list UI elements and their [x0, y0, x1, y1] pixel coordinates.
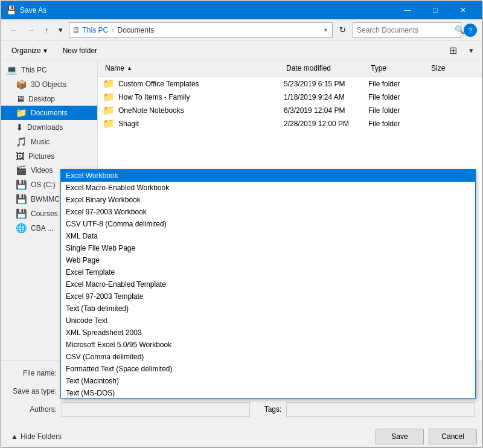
back-button[interactable]: ←: [6, 23, 21, 37]
header-size[interactable]: Size: [429, 63, 477, 74]
window-controls: — □ ✕: [394, 1, 477, 19]
sidebar-label-os-c: OS (C:): [31, 181, 56, 189]
address-chevron: ›: [112, 27, 114, 33]
dropdown-item-excel-template[interactable]: Excel Template: [61, 266, 475, 278]
recent-button[interactable]: ▾: [55, 23, 66, 37]
up-button[interactable]: ↑: [41, 23, 53, 37]
close-button[interactable]: ✕: [449, 1, 477, 19]
sidebar-label-pictures: Pictures: [28, 152, 54, 161]
view-more-button[interactable]: ▾: [465, 43, 477, 57]
hide-label: Hide Folders: [21, 432, 62, 441]
bottom-section: File name: Save as type: Excel Workbook …: [1, 360, 482, 447]
savetype-label: Save as type:: [8, 387, 57, 395]
tags-input[interactable]: [286, 402, 475, 417]
bottom-buttons: ▲ Hide Folders Save Cancel: [1, 425, 482, 447]
file-name-cell: 📁 Snagit: [103, 118, 284, 129]
savetype-dropdown: Excel Workbook Excel Macro-Enabled Workb…: [60, 169, 476, 398]
dropdown-item-csv-comma[interactable]: CSV (Comma delimited): [61, 351, 475, 363]
address-dropdown-button[interactable]: ▾: [322, 27, 330, 33]
authors-label: Authors:: [8, 405, 57, 414]
documents-icon: 📁: [16, 107, 27, 118]
tags-label: Tags:: [264, 405, 282, 414]
sidebar-item-documents[interactable]: 📁 Documents: [1, 106, 97, 120]
refresh-button[interactable]: ↻: [335, 23, 350, 37]
dropdown-item-csv-utf8[interactable]: CSV UTF-8 (Comma delimited): [61, 218, 475, 230]
os-c-icon: 💾: [16, 179, 27, 190]
folder-icon: 📁: [103, 104, 115, 116]
dropdown-item-unicode-text[interactable]: Unicode Text: [61, 315, 475, 327]
courses-f-icon: 💾: [16, 208, 27, 219]
minimize-button[interactable]: —: [394, 1, 421, 19]
dialog-title: Save As: [20, 6, 46, 14]
hide-folders-button[interactable]: ▲ Hide Folders: [6, 430, 66, 443]
action-buttons: Save Cancel: [376, 429, 477, 444]
dropdown-item-excel-macro-workbook[interactable]: Excel Macro-Enabled Workbook: [61, 182, 475, 194]
table-row[interactable]: 📁 Custom Office Templates 5/23/2019 6:15…: [98, 77, 482, 90]
address-icon: 🖥: [72, 25, 80, 35]
address-current: Documents: [118, 26, 155, 34]
sidebar-label-this-pc: This PC: [21, 66, 47, 74]
sidebar-item-downloads[interactable]: ⬇ Downloads: [1, 120, 97, 135]
folder-icon: 📁: [103, 91, 115, 103]
dropdown-item-text-ms-dos[interactable]: Text (MS-DOS): [61, 387, 475, 398]
table-row[interactable]: 📁 How To Items - Family 1/18/2019 9:24 A…: [98, 90, 482, 103]
save-as-dialog: 💾 Save As — □ ✕ ← → ↑ ▾ 🖥 This PC › Docu…: [1, 1, 482, 447]
organize-button[interactable]: Organize ▾: [6, 44, 53, 57]
sidebar-item-desktop[interactable]: 🖥 Desktop: [1, 92, 97, 106]
help-button[interactable]: ?: [464, 24, 477, 37]
second-toolbar: Organize ▾ New folder ⊞ ▾: [1, 41, 482, 60]
table-row[interactable]: 📁 Snagit 2/28/2019 12:00 PM File folder: [98, 117, 482, 130]
view-options-button[interactable]: ⊞: [446, 42, 461, 59]
dropdown-item-text-tab[interactable]: Text (Tab delimited): [61, 302, 475, 315]
dropdown-item-xml-data[interactable]: XML Data: [61, 230, 475, 242]
file-list-header: Name ▲ Date modified Type Size: [98, 60, 482, 77]
dropdown-item-excel-binary-workbook[interactable]: Excel Binary Workbook: [61, 194, 475, 206]
cba-icon: 🌐: [16, 223, 27, 234]
sort-icon: ▲: [127, 65, 132, 71]
pictures-icon: 🖼: [16, 151, 25, 161]
authors-row: Authors: Tags:: [8, 402, 475, 417]
sidebar-item-music[interactable]: 🎵 Music: [1, 135, 97, 149]
sidebar-label-cba: CBA ...: [31, 224, 53, 232]
folder-icon: 📁: [103, 118, 115, 129]
3d-objects-icon: 📦: [16, 79, 27, 90]
sidebar-item-pictures[interactable]: 🖼 Pictures: [1, 149, 97, 163]
sidebar-label-downloads: Downloads: [27, 123, 63, 132]
dropdown-item-excel-macro-template[interactable]: Excel Macro-Enabled Template: [61, 278, 475, 290]
forward-button[interactable]: →: [24, 23, 39, 37]
dropdown-item-excel-workbook[interactable]: Excel Workbook: [61, 170, 475, 182]
maximize-button[interactable]: □: [421, 1, 449, 19]
desktop-icon: 🖥: [16, 94, 25, 104]
dropdown-item-single-file-web[interactable]: Single File Web Page: [61, 242, 475, 254]
search-input[interactable]: [353, 26, 451, 34]
dropdown-item-excel-97-2003[interactable]: Excel 97-2003 Workbook: [61, 206, 475, 218]
dropdown-item-formatted-text[interactable]: Formatted Text (Space delimited): [61, 363, 475, 375]
new-folder-button[interactable]: New folder: [57, 44, 103, 57]
title-bar: 💾 Save As — □ ✕: [1, 1, 482, 19]
header-name[interactable]: Name ▲: [103, 63, 284, 74]
save-button[interactable]: Save: [376, 429, 424, 444]
cancel-button[interactable]: Cancel: [429, 429, 477, 444]
sidebar-item-this-pc[interactable]: 💻 This PC: [1, 63, 97, 77]
file-name-cell: 📁 How To Items - Family: [103, 91, 284, 103]
file-name-cell: 📁 OneNote Notebooks: [103, 104, 284, 116]
address-bar: 🖥 This PC › Documents ▾: [69, 22, 333, 38]
sidebar-label-videos: Videos: [31, 166, 53, 174]
address-this-pc[interactable]: This PC: [83, 26, 109, 34]
sidebar-item-3d-objects[interactable]: 📦 3D Objects: [1, 77, 97, 92]
header-date[interactable]: Date modified: [284, 63, 368, 74]
nav-toolbar: ← → ↑ ▾ 🖥 This PC › Documents ▾ ↻ 🔍 ?: [1, 19, 482, 41]
dropdown-item-excel-97-template[interactable]: Excel 97-2003 Template: [61, 290, 475, 302]
videos-icon: 🎬: [16, 165, 27, 176]
organize-label: Organize: [11, 46, 41, 55]
sidebar-label-desktop: Desktop: [28, 95, 55, 103]
sidebar-label-3d-objects: 3D Objects: [31, 80, 66, 89]
dropdown-item-text-mac[interactable]: Text (Macintosh): [61, 375, 475, 387]
dropdown-item-ms-excel-5095[interactable]: Microsoft Excel 5.0/95 Workbook: [61, 339, 475, 351]
table-row[interactable]: 📁 OneNote Notebooks 6/3/2019 12:04 PM Fi…: [98, 103, 482, 117]
header-type[interactable]: Type: [368, 63, 429, 74]
authors-input[interactable]: [62, 402, 250, 417]
dropdown-item-web-page[interactable]: Web Page: [61, 254, 475, 266]
dropdown-item-xml-spreadsheet-2003[interactable]: XML Spreadsheet 2003: [61, 327, 475, 339]
search-box: 🔍: [353, 22, 461, 38]
